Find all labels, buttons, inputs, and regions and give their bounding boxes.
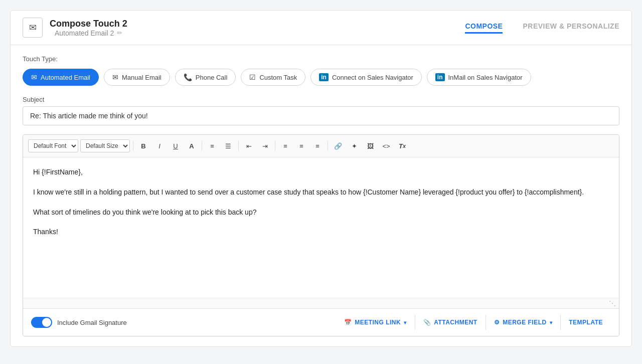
editor-container: Default Font Default Size B I U A ≡ ☰ ⇤ …	[23, 134, 619, 336]
meeting-link-label: MEETING LINK	[355, 319, 401, 326]
gmail-signature-toggle[interactable]	[31, 317, 52, 328]
automated-email-label: Automated Email	[41, 74, 90, 81]
editor-line-1: Hi {!FirstName},	[33, 166, 609, 178]
inmail-sales-nav-label: InMail on Sales Navigator	[448, 74, 523, 81]
align-left-button[interactable]: ≡	[278, 139, 292, 153]
resize-handle[interactable]: ⋱	[23, 298, 619, 308]
connect-sales-nav-label: Connect on Sales Navigator	[332, 74, 413, 81]
unordered-list-button[interactable]: ☰	[221, 139, 235, 153]
touch-type-buttons: ✉ Automated Email ✉ Manual Email 📞 Phone…	[23, 69, 619, 86]
merge-field-button[interactable]: ⚙ MERGE FIELD ▾	[486, 315, 561, 330]
font-size-select[interactable]: Default Size	[80, 139, 130, 152]
touch-type-label: Touch Type:	[23, 55, 619, 63]
btn-inmail-sales-nav[interactable]: in InMail on Sales Navigator	[427, 69, 531, 86]
header: ✉ Compose Touch 2 Automated Email 2 ✏ CO…	[11, 11, 631, 45]
align-center-button[interactable]: ≡	[294, 139, 308, 153]
phone-icon: 📞	[184, 73, 192, 81]
outdent-button[interactable]: ⇤	[242, 139, 256, 153]
phone-call-label: Phone Call	[196, 74, 228, 81]
toolbar-divider-2	[202, 141, 202, 151]
automated-email-icon: ✉	[31, 73, 37, 81]
toolbar-divider-5	[328, 141, 328, 151]
editor-footer: Include Gmail Signature 📅 MEETING LINK ▾…	[23, 308, 619, 336]
attachment-icon: 📎	[423, 319, 431, 326]
meeting-link-caret: ▾	[404, 320, 407, 325]
meeting-link-button[interactable]: 📅 MEETING LINK ▾	[336, 315, 415, 330]
footer-left: Include Gmail Signature	[31, 317, 127, 328]
link-button[interactable]: 🔗	[331, 139, 345, 153]
toggle-knob	[42, 318, 51, 327]
clear-format-button[interactable]: Tx	[395, 139, 409, 153]
bold-button[interactable]: B	[136, 139, 150, 153]
image-button[interactable]: 🖼	[363, 139, 377, 153]
font-color-button[interactable]: A	[185, 139, 199, 153]
merge-field-icon: ⚙	[494, 319, 500, 326]
align-right-button[interactable]: ≡	[310, 139, 325, 153]
toolbar-divider-4	[275, 141, 275, 151]
manual-email-label: Manual Email	[122, 74, 162, 81]
header-left: ✉ Compose Touch 2 Automated Email 2 ✏	[23, 18, 127, 38]
linkedin-inmail-icon: in	[435, 73, 445, 81]
subject-input[interactable]	[23, 106, 619, 125]
font-family-select[interactable]: Default Font	[28, 139, 78, 152]
editor-toolbar: Default Font Default Size B I U A ≡ ☰ ⇤ …	[23, 135, 619, 157]
toolbar-divider-1	[133, 141, 133, 151]
attachment-button[interactable]: 📎 ATTACHMENT	[415, 315, 486, 330]
meeting-link-icon: 📅	[344, 319, 352, 326]
indent-button[interactable]: ⇥	[258, 139, 272, 153]
ordered-list-button[interactable]: ≡	[205, 139, 219, 153]
magic-button[interactable]: ✦	[347, 139, 361, 153]
header-icon: ✉	[23, 18, 43, 38]
email-icon: ✉	[29, 22, 37, 33]
main-card: ✉ Compose Touch 2 Automated Email 2 ✏ CO…	[10, 10, 632, 347]
merge-field-label: MERGE FIELD	[503, 319, 547, 326]
signature-label: Include Gmail Signature	[57, 319, 127, 326]
header-subtitle: Automated Email 2 ✏	[50, 29, 127, 37]
footer-right: 📅 MEETING LINK ▾ 📎 ATTACHMENT ⚙ MERGE FI…	[336, 315, 611, 330]
editor-body[interactable]: Hi {!FirstName}, I know we're still in a…	[23, 157, 619, 298]
body: Touch Type: ✉ Automated Email ✉ Manual E…	[11, 45, 631, 346]
italic-button[interactable]: I	[152, 139, 167, 153]
template-button[interactable]: TEMPLATE	[560, 315, 611, 330]
code-button[interactable]: <>	[379, 139, 393, 153]
editor-line-2: I know we're still in a holding pattern,…	[33, 187, 609, 199]
attachment-label: ATTACHMENT	[434, 319, 477, 326]
toolbar-divider-3	[238, 141, 239, 151]
btn-custom-task[interactable]: ☑ Custom Task	[241, 69, 305, 86]
linkedin-connect-icon: in	[319, 73, 329, 81]
page-title: Compose Touch 2	[50, 19, 127, 29]
tab-preview[interactable]: PREVIEW & PERSONALIZE	[523, 22, 619, 34]
tab-compose[interactable]: COMPOSE	[465, 22, 503, 34]
header-tabs: COMPOSE PREVIEW & PERSONALIZE	[465, 22, 619, 34]
template-label: TEMPLATE	[569, 319, 603, 326]
btn-automated-email[interactable]: ✉ Automated Email	[23, 69, 99, 86]
subtitle-text: Automated Email 2	[55, 29, 114, 37]
btn-manual-email[interactable]: ✉ Manual Email	[104, 69, 170, 86]
btn-connect-sales-nav[interactable]: in Connect on Sales Navigator	[310, 69, 422, 86]
header-title-group: Compose Touch 2 Automated Email 2 ✏	[50, 19, 127, 37]
underline-button[interactable]: U	[169, 139, 183, 153]
btn-phone-call[interactable]: 📞 Phone Call	[175, 69, 236, 86]
custom-task-label: Custom Task	[259, 74, 297, 81]
edit-icon[interactable]: ✏	[117, 29, 122, 37]
subject-label: Subject	[23, 96, 619, 103]
manual-email-icon: ✉	[112, 73, 118, 81]
editor-line-3: What sort of timelines do you think we'r…	[33, 207, 609, 219]
merge-field-caret: ▾	[550, 320, 553, 325]
task-icon: ☑	[249, 73, 256, 81]
editor-line-4: Thanks!	[33, 226, 609, 238]
